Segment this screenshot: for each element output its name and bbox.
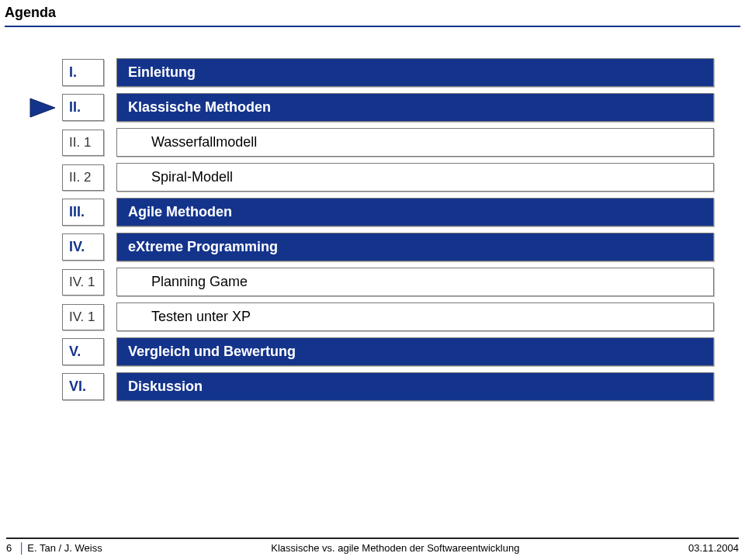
agenda-label-cell: Spiral-Modell bbox=[116, 163, 714, 192]
agenda-label-cell: eXtreme Programming bbox=[116, 233, 714, 261]
agenda-row: IV. 1Testen unter XP bbox=[62, 302, 714, 331]
footer-separator: │ bbox=[19, 542, 25, 554]
current-arrow-icon bbox=[29, 98, 56, 118]
agenda-row: I.Einleitung bbox=[62, 58, 714, 87]
agenda-number: IV. 1 bbox=[62, 304, 104, 330]
agenda-row: IV.eXtreme Programming bbox=[62, 233, 714, 261]
agenda-num-cell: VI. bbox=[62, 372, 116, 401]
svg-marker-0 bbox=[30, 99, 55, 117]
agenda-num-cell: IV. 1 bbox=[62, 302, 116, 331]
agenda-number: IV. bbox=[62, 233, 104, 261]
agenda-label: Planning Game bbox=[116, 268, 714, 296]
agenda-label: Spiral-Modell bbox=[116, 163, 714, 192]
agenda-number: IV. 1 bbox=[62, 269, 104, 296]
agenda-num-cell: II. bbox=[62, 93, 116, 122]
agenda-label-cell: Einleitung bbox=[116, 58, 714, 87]
agenda-num-cell: II. 1 bbox=[62, 128, 116, 157]
agenda-label: eXtreme Programming bbox=[116, 233, 714, 261]
page-title: Agenda bbox=[5, 5, 740, 21]
agenda-label-cell: Testen unter XP bbox=[116, 302, 714, 331]
agenda-label: Vergleich und Bewertung bbox=[116, 337, 714, 366]
agenda-row: II. 2Spiral-Modell bbox=[62, 163, 714, 192]
agenda-row: III.Agile Methoden bbox=[62, 198, 714, 226]
title-bar: Agenda bbox=[0, 0, 745, 27]
agenda-label-cell: Planning Game bbox=[116, 268, 714, 296]
agenda-num-cell: V. bbox=[62, 337, 116, 366]
footer-rule bbox=[6, 538, 739, 539]
agenda-num-cell: III. bbox=[62, 198, 116, 226]
agenda-list: I.EinleitungII.Klassische MethodenII. 1W… bbox=[0, 27, 745, 401]
agenda-row: VI.Diskussion bbox=[62, 372, 714, 401]
agenda-number: II. 2 bbox=[62, 164, 104, 191]
agenda-label-cell: Diskussion bbox=[116, 372, 714, 401]
agenda-label: Wasserfallmodell bbox=[116, 128, 714, 157]
agenda-number: II. 1 bbox=[62, 130, 104, 156]
agenda-row: II. 1Wasserfallmodell bbox=[62, 128, 714, 157]
agenda-num-cell: II. 2 bbox=[62, 163, 116, 192]
agenda-label-cell: Wasserfallmodell bbox=[116, 128, 714, 157]
footer-date: 03.11.2004 bbox=[688, 542, 739, 554]
agenda-label-cell: Agile Methoden bbox=[116, 198, 714, 226]
agenda-label: Agile Methoden bbox=[116, 198, 714, 226]
agenda-label-cell: Klassische Methoden bbox=[116, 93, 714, 122]
agenda-num-cell: IV. 1 bbox=[62, 268, 116, 296]
agenda-number: VI. bbox=[62, 373, 104, 400]
agenda-label: Klassische Methoden bbox=[116, 93, 714, 122]
footer-authors: E. Tan / J. Weiss bbox=[27, 542, 102, 554]
agenda-row: V.Vergleich und Bewertung bbox=[62, 337, 714, 366]
agenda-label: Diskussion bbox=[116, 372, 714, 401]
agenda-num-cell: IV. bbox=[62, 233, 116, 261]
agenda-label: Testen unter XP bbox=[116, 302, 714, 331]
agenda-number: I. bbox=[62, 59, 104, 86]
page-number: 6 bbox=[6, 542, 12, 554]
agenda-row: IV. 1Planning Game bbox=[62, 268, 714, 296]
footer: 6 │ E. Tan / J. Weiss Klassische vs. agi… bbox=[0, 538, 745, 554]
agenda-row: II.Klassische Methoden bbox=[62, 93, 714, 122]
agenda-num-cell: I. bbox=[62, 58, 116, 87]
agenda-label: Einleitung bbox=[116, 58, 714, 87]
footer-left: 6 │ E. Tan / J. Weiss bbox=[6, 542, 102, 554]
footer-center: Klassische vs. agile Methoden der Softwa… bbox=[271, 542, 519, 554]
agenda-number: II. bbox=[62, 94, 104, 121]
agenda-label-cell: Vergleich und Bewertung bbox=[116, 337, 714, 366]
agenda-number: V. bbox=[62, 338, 104, 365]
agenda-number: III. bbox=[62, 199, 104, 226]
